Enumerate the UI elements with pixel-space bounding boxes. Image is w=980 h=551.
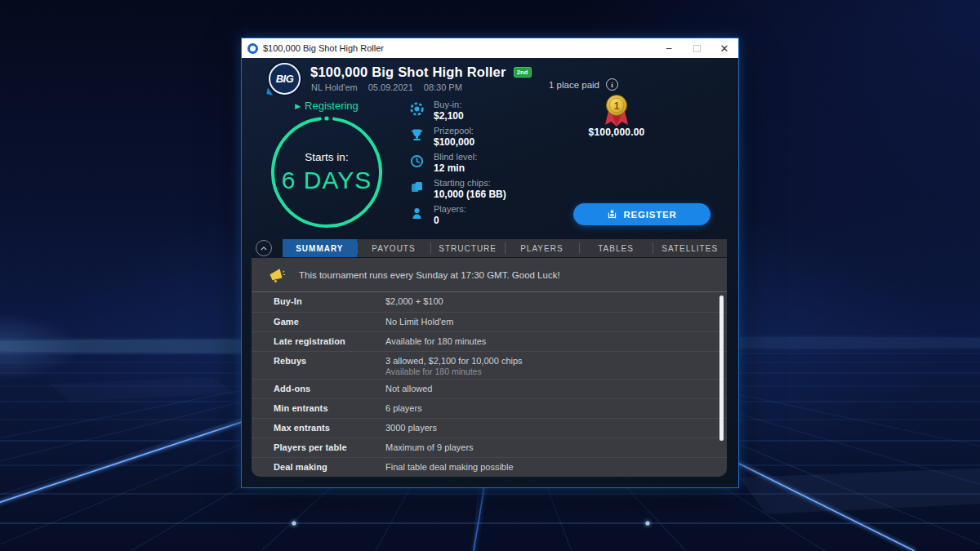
row-value-wrap: No Limit Hold'em (385, 317, 453, 327)
maximize-button[interactable] (683, 38, 710, 58)
svg-text:1: 1 (613, 100, 619, 112)
tab-satellites[interactable]: SATELLITES (653, 239, 727, 257)
summary-panel: This tournament runs every Sunday at 17:… (252, 258, 727, 477)
summary-row-max-entrants: Max entrants3000 players (252, 418, 727, 438)
row-note: Available for 180 minutes (385, 367, 523, 377)
seat-icon (607, 209, 617, 220)
tab-players[interactable]: PLAYERS (505, 239, 579, 257)
stat-label: Prizepool: (434, 126, 474, 136)
status-registering: ▶Registering (258, 100, 395, 112)
chevron-up-icon (258, 242, 270, 254)
stat-item: Starting chips:10,000 (166 BB) (410, 178, 557, 204)
stat-item: Players:0 (410, 204, 557, 230)
tournament-subtitle: NL Hold'em 05.09.2021 08:30 PM (311, 82, 462, 92)
row-value: Maximum of 9 players (385, 442, 474, 453)
summary-row-rebuys: Rebuys3 allowed, $2,100 for 10,000 chips… (252, 351, 727, 379)
scrollbar-thumb[interactable] (719, 295, 724, 441)
tab-tables[interactable]: TABLES (579, 239, 653, 257)
countdown-labels: Starts in: 6 DAYS (265, 111, 388, 233)
stat-item: Buy-in:$2,100 (410, 100, 557, 126)
stat-value: 0 (434, 215, 466, 226)
stat-text: Players:0 (434, 204, 466, 226)
stat-value: $100,000 (434, 136, 474, 148)
row-label: Add-ons (274, 384, 385, 393)
stat-label: Blind level: (434, 152, 477, 162)
window-title: $100,000 Big Shot High Roller (263, 43, 384, 53)
register-button[interactable]: REGISTER (573, 203, 710, 225)
titlebar[interactable]: $100,000 Big Shot High Roller – ✕ (242, 38, 738, 58)
announcement-bar: This tournament runs every Sunday at 17:… (252, 258, 727, 292)
first-place-medal-icon: 1 (601, 94, 632, 127)
stat-text: Prizepool:$100,000 (434, 126, 474, 148)
starts-in-label: Starts in: (305, 151, 348, 163)
stat-text: Buy-in:$2,100 (434, 100, 464, 122)
row-label: Min entrants (274, 403, 385, 413)
summary-row-game: GameNo Limit Hold'em (252, 312, 727, 331)
tournament-title: $100,000 Big Shot High Roller 2nd (310, 64, 532, 80)
chips-stack-icon (410, 180, 424, 194)
close-icon: ✕ (720, 42, 729, 55)
row-value: $2,000 + $100 (385, 296, 443, 307)
minimize-button[interactable]: – (655, 38, 683, 58)
maximize-icon (693, 45, 701, 52)
tab-summary[interactable]: SUMMARY (283, 239, 357, 257)
summary-row-late-registration: Late registrationAvailable for 180 minut… (252, 331, 727, 351)
info-icon[interactable]: i (606, 78, 618, 91)
player-icon (410, 207, 424, 220)
row-value-wrap: Final table deal making possible (385, 462, 514, 473)
collapse-button[interactable] (256, 240, 272, 256)
summary-row-players-per-table: Players per tableMaximum of 9 players (252, 438, 727, 457)
stat-label: Buy-in: (434, 100, 464, 110)
chip-icon (410, 102, 424, 116)
row-label: Max entrants (274, 423, 385, 433)
minimize-icon: – (666, 42, 672, 54)
announcement-text: This tournament runs every Sunday at 17:… (299, 270, 560, 280)
register-label: REGISTER (623, 210, 676, 220)
summary-row-add-ons: Add-onsNot allowed (252, 379, 727, 398)
close-button[interactable]: ✕ (710, 38, 738, 58)
row-value-wrap: 3 allowed, $2,100 for 10,000 chipsAvaila… (385, 356, 523, 377)
big-logo: BIG (269, 63, 301, 95)
game-type: NL Hold'em (311, 82, 358, 92)
desktop: { "titlebar": { "title": "$100,000 Big S… (0, 0, 980, 551)
stat-value: $2,100 (434, 110, 464, 122)
stat-text: Starting chips:10,000 (166 BB) (434, 178, 506, 200)
tab-payouts[interactable]: PAYOUTS (357, 239, 431, 257)
stat-item: Prizepool:$100,000 (410, 126, 557, 152)
tournament-window: $100,000 Big Shot High Roller – ✕ BIG $1… (242, 38, 738, 487)
row-label: Late registration (274, 336, 385, 346)
places-paid: 1 place paid i (549, 78, 618, 91)
row-value-wrap: 3000 players (385, 423, 437, 433)
stat-label: Players: (434, 204, 466, 215)
first-prize-amount: $100,000.00 (568, 127, 666, 138)
play-triangle-icon: ▶ (295, 102, 301, 110)
tab-structure[interactable]: STRUCTURE (430, 239, 505, 257)
row-label: Deal making (274, 462, 385, 472)
row-label: Players per table (274, 442, 385, 452)
row-value: 6 players (385, 403, 422, 414)
row-value: No Limit Hold'em (385, 317, 453, 327)
row-value-wrap: $2,000 + $100 (385, 296, 443, 307)
row-value-wrap: Available for 180 minutes (385, 336, 486, 347)
stat-label: Starting chips: (434, 178, 506, 189)
stat-value: 10,000 (166 BB) (434, 189, 506, 200)
row-value-wrap: Maximum of 9 players (385, 442, 474, 453)
trophy-icon (410, 128, 424, 142)
stat-item: Blind level:12 min (410, 152, 557, 178)
start-date: 05.09.2021 (368, 82, 413, 92)
row-value: Final table deal making possible (385, 462, 514, 473)
clock-icon (410, 154, 424, 168)
lobby-body: BIG $100,000 Big Shot High Roller 2nd NL… (242, 58, 738, 487)
reentry-badge: 2nd (514, 67, 532, 78)
row-value: 3 allowed, $2,100 for 10,000 chips (385, 356, 523, 367)
big-logo-text: BIG (276, 73, 294, 85)
tournament-stats: Buy-in:$2,100Prizepool:$100,000Blind lev… (410, 100, 557, 230)
status-label: Registering (305, 100, 359, 112)
megaphone-icon (268, 267, 285, 283)
row-value: Not allowed (385, 384, 432, 394)
row-label: Game (274, 317, 385, 327)
countdown-value: 6 DAYS (282, 167, 372, 194)
row-label: Buy-In (274, 296, 385, 306)
app-ring-icon (247, 43, 258, 54)
row-value: 3000 players (385, 423, 437, 433)
